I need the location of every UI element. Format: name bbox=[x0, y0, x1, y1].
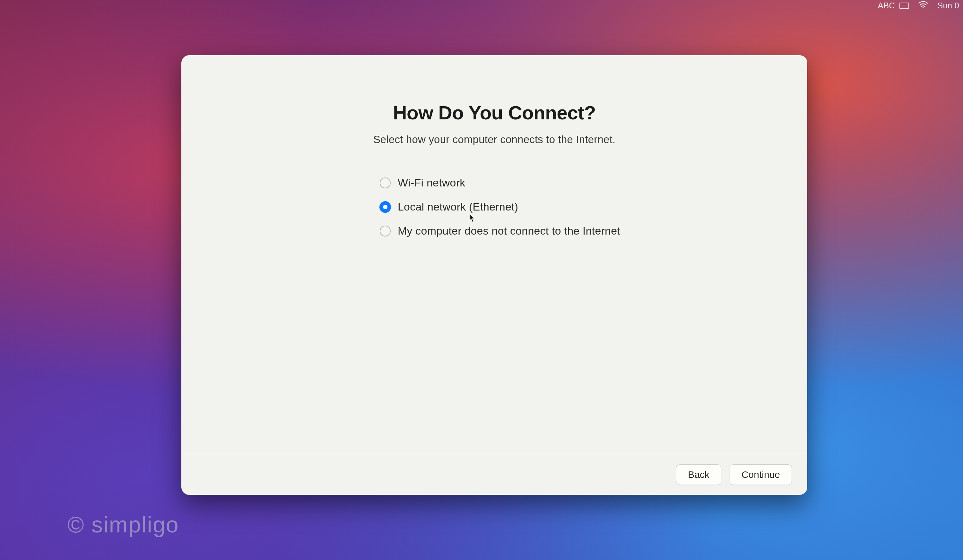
clock[interactable]: Sun 0 bbox=[937, 1, 959, 11]
setup-dialog: How Do You Connect? Select how your comp… bbox=[182, 55, 807, 495]
radio-option-no-internet[interactable]: My computer does not connect to the Inte… bbox=[380, 225, 620, 237]
radio-indicator bbox=[380, 178, 391, 188]
radio-option-wifi[interactable]: Wi-Fi network bbox=[380, 176, 620, 189]
connection-options: Wi-Fi network Local network (Ethernet) M… bbox=[207, 176, 620, 237]
input-source-label: ABC bbox=[878, 1, 895, 11]
clock-label: Sun 0 bbox=[937, 1, 959, 11]
continue-button[interactable]: Continue bbox=[730, 465, 792, 485]
back-button[interactable]: Back bbox=[676, 465, 721, 485]
dialog-footer: Back Continue bbox=[182, 454, 807, 495]
radio-label: Local network (Ethernet) bbox=[398, 201, 518, 213]
page-subtitle: Select how your computer connects to the… bbox=[373, 133, 616, 146]
input-source-indicator[interactable]: ABC bbox=[878, 1, 909, 11]
radio-option-ethernet[interactable]: Local network (Ethernet) bbox=[380, 201, 620, 213]
radio-label: Wi-Fi network bbox=[398, 176, 465, 189]
radio-label: My computer does not connect to the Inte… bbox=[398, 225, 620, 237]
watermark: © simpligo bbox=[67, 512, 179, 537]
menubar: ABC Sun 0 bbox=[878, 0, 963, 14]
radio-indicator bbox=[380, 202, 391, 212]
keyboard-icon bbox=[900, 3, 909, 9]
radio-indicator bbox=[380, 226, 391, 236]
svg-point-0 bbox=[922, 7, 924, 8]
page-title: How Do You Connect? bbox=[393, 102, 596, 124]
dialog-content: How Do You Connect? Select how your comp… bbox=[182, 55, 807, 454]
wifi-icon[interactable] bbox=[918, 1, 928, 8]
